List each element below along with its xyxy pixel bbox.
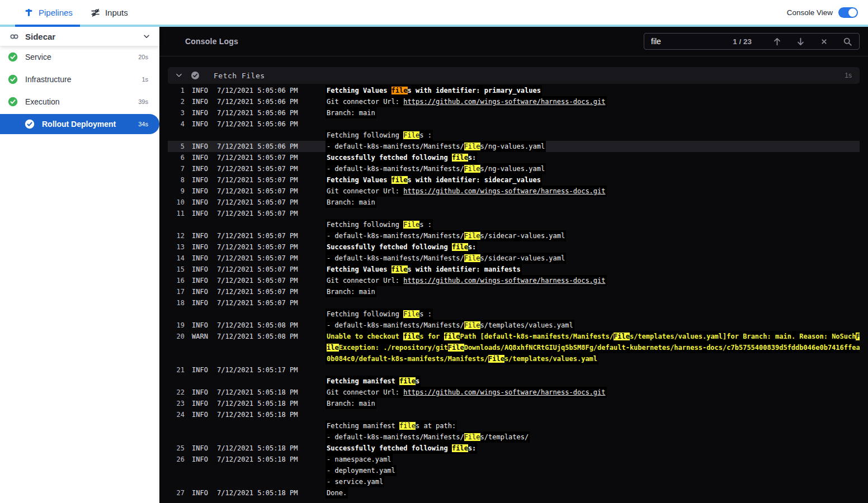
stage-label: Rollout Deployment (42, 120, 131, 129)
log-link[interactable]: https://github.com/wings-software/harnes… (403, 98, 605, 106)
log-timestamp: 7/12/2021 5:05:06 PM (217, 141, 326, 152)
log-line-number (168, 309, 185, 320)
sidebar-item-infrastructure[interactable]: Infrastructure1s (0, 68, 159, 91)
tab-inputs-label: Inputs (105, 8, 128, 17)
log-row: 5INFO7/12/2021 5:05:06 PM- default-k8s-m… (168, 141, 860, 152)
log-level (185, 420, 217, 431)
log-timestamp: 7/12/2021 5:05:18 PM (217, 409, 326, 420)
log-row: 14INFO7/12/2021 5:05:07 PM- default-k8s-… (168, 253, 860, 264)
search-match: File (448, 344, 464, 352)
log-line-number[interactable]: 25 (168, 443, 185, 454)
log-message: - default-k8s-manifests/Manifests/Files/… (326, 431, 860, 443)
log-line-number[interactable]: 12 (168, 230, 185, 241)
sidebar-item-rollout-deployment[interactable]: Rollout Deployment34s (0, 114, 159, 134)
log-timestamp (217, 376, 326, 387)
tab-inputs[interactable]: Inputs (82, 0, 137, 25)
log-line-number[interactable]: 17 (168, 286, 185, 297)
log-line-number[interactable]: 2 (168, 96, 185, 107)
log-row: - service.yaml (168, 476, 860, 487)
log-timestamp: 7/12/2021 5:05:07 PM (217, 286, 326, 297)
log-line-number[interactable]: 21 (168, 364, 185, 376)
search-match: file (452, 243, 468, 251)
log-line-number[interactable]: 22 (168, 387, 185, 398)
log-row: Fetching following Files : (168, 309, 860, 320)
log-line-number[interactable]: 9 (168, 186, 185, 197)
search-match: F (856, 333, 860, 340)
search-match: file (399, 422, 416, 430)
log-level: INFO (185, 253, 217, 264)
log-level: INFO (185, 398, 217, 409)
log-level: INFO (185, 409, 217, 420)
log-row: 19INFO7/12/2021 5:05:08 PM- default-k8s-… (168, 320, 860, 331)
tab-pipelines[interactable]: Pipelines (15, 0, 82, 25)
log-message: Fetching following Files : (326, 219, 860, 230)
log-line-number[interactable]: 15 (168, 264, 185, 275)
log-link[interactable]: https://github.com/wings-software/harnes… (403, 277, 605, 284)
sidebar-item-service[interactable]: Service20s (0, 46, 159, 68)
clear-search-icon[interactable] (819, 37, 829, 46)
log-message: Done. (326, 487, 860, 499)
log-line-number[interactable]: 20 (168, 331, 185, 342)
log-message: - default-k8s-manifests/Manifests/Files/… (326, 230, 860, 241)
stage-status-check-icon (25, 119, 35, 129)
log-section-header[interactable]: Fetch Files 1s (168, 67, 860, 84)
search-match: File (488, 355, 504, 363)
log-timestamp (217, 465, 326, 476)
log-line-number[interactable]: 26 (168, 454, 185, 465)
log-line-number[interactable]: 16 (168, 275, 185, 286)
nav-tabs: Pipelines Inputs (15, 0, 137, 25)
search-match: file (391, 265, 408, 273)
log-line-number[interactable]: 6 (168, 152, 185, 163)
log-line-number[interactable]: 24 (168, 409, 185, 420)
console-view-toggle[interactable] (838, 7, 858, 18)
log-link[interactable]: https://github.com/wings-software/harnes… (403, 187, 605, 195)
log-line-number[interactable]: 19 (168, 320, 185, 331)
log-timestamp (217, 476, 326, 487)
log-line-number[interactable]: 8 (168, 174, 185, 186)
search-input[interactable] (651, 37, 733, 46)
log-line-number (168, 342, 185, 353)
log-timestamp: 7/12/2021 5:05:07 PM (217, 186, 326, 197)
previous-match-arrow-up-icon[interactable] (772, 37, 782, 46)
log-line-number[interactable]: 4 (168, 118, 185, 130)
log-line-number[interactable]: 27 (168, 487, 185, 499)
log-level: INFO (185, 297, 217, 309)
log-line-number[interactable]: 1 (168, 85, 185, 96)
log-level (185, 476, 217, 487)
log-timestamp: 7/12/2021 5:05:06 PM (217, 96, 326, 107)
log-level: INFO (185, 208, 217, 219)
log-line-number[interactable]: 13 (168, 241, 185, 253)
stage-status-check-icon (8, 52, 18, 62)
search-match: file (403, 333, 419, 340)
log-message: - default-k8s-manifests/Manifests/Files/… (326, 253, 860, 264)
log-line-number[interactable]: 23 (168, 398, 185, 409)
log-line-number[interactable]: 11 (168, 208, 185, 219)
log-line-number[interactable]: 18 (168, 297, 185, 309)
chevron-down-icon[interactable] (143, 32, 150, 40)
log-line-number (168, 219, 185, 230)
log-line-number[interactable]: 7 (168, 163, 185, 174)
log-message: Git connector Url: https://github.com/wi… (326, 96, 860, 107)
log-line-number[interactable]: 5 (168, 141, 185, 152)
log-level: INFO (185, 186, 217, 197)
log-line-number (168, 476, 185, 487)
log-timestamp: 7/12/2021 5:05:07 PM (217, 264, 326, 275)
tab-pipelines-label: Pipelines (39, 8, 73, 17)
log-level (185, 219, 217, 230)
log-message: Fetching Values files with identifier: s… (326, 174, 860, 186)
log-link[interactable]: https://github.com/wings-software/harnes… (403, 388, 605, 396)
log-row: 4INFO7/12/2021 5:05:06 PM (168, 118, 860, 130)
log-lines: 1INFO7/12/2021 5:05:06 PMFetching Values… (168, 85, 860, 499)
log-line-number[interactable]: 14 (168, 253, 185, 264)
log-line-number[interactable]: 3 (168, 107, 185, 118)
log-line-number[interactable]: 10 (168, 197, 185, 208)
collapse-section-chevron-icon[interactable] (176, 72, 182, 79)
pipeline-name: Sidecar (25, 32, 136, 41)
stage-status-check-icon (8, 97, 18, 107)
log-level: INFO (185, 163, 217, 174)
log-line-number (168, 465, 185, 476)
sidebar-pipeline-header[interactable]: Sidecar (0, 27, 159, 46)
log-timestamp (217, 353, 326, 364)
sidebar-item-execution[interactable]: Execution39s (0, 91, 159, 113)
next-match-arrow-down-icon[interactable] (796, 37, 805, 46)
